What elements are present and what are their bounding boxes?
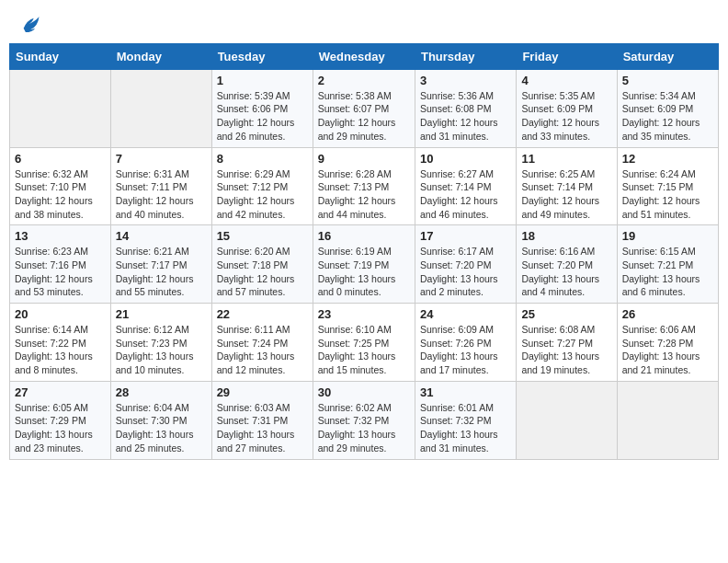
day-info: Sunrise: 5:38 AM Sunset: 6:07 PM Dayligh… [318,89,410,144]
calendar-cell: 9Sunrise: 6:28 AM Sunset: 7:13 PM Daylig… [313,147,415,225]
day-number: 7 [116,152,207,166]
day-number: 21 [116,307,207,321]
calendar-cell: 16Sunrise: 6:19 AM Sunset: 7:19 PM Dayli… [313,225,415,304]
day-info: Sunrise: 6:04 AM Sunset: 7:30 PM Dayligh… [116,401,207,455]
day-number: 1 [217,74,308,87]
day-number: 26 [622,307,713,321]
calendar-week-1: 1Sunrise: 5:39 AM Sunset: 6:06 PM Daylig… [10,69,719,147]
calendar-cell: 28Sunrise: 6:04 AM Sunset: 7:30 PM Dayli… [110,381,211,459]
calendar-cell [10,69,111,147]
calendar-cell: 23Sunrise: 6:10 AM Sunset: 7:25 PM Dayli… [313,304,415,382]
day-info: Sunrise: 6:32 AM Sunset: 7:10 PM Dayligh… [15,167,106,222]
day-number: 18 [521,229,611,243]
day-number: 4 [521,74,611,87]
day-number: 31 [420,385,511,399]
day-info: Sunrise: 6:29 AM Sunset: 7:12 PM Dayligh… [217,167,308,222]
day-number: 3 [420,74,511,87]
day-number: 20 [15,307,106,321]
day-info: Sunrise: 6:27 AM Sunset: 7:14 PM Dayligh… [420,167,511,222]
day-number: 12 [622,152,713,166]
calendar-cell: 27Sunrise: 6:05 AM Sunset: 7:29 PM Dayli… [10,381,111,459]
calendar: SundayMondayTuesdayWednesdayThursdayFrid… [9,43,719,460]
day-info: Sunrise: 6:23 AM Sunset: 7:16 PM Dayligh… [15,245,106,299]
day-number: 10 [420,152,511,166]
column-header-wednesday: Wednesday [313,43,415,69]
calendar-cell: 30Sunrise: 6:02 AM Sunset: 7:32 PM Dayli… [313,381,415,459]
day-number: 2 [318,74,410,87]
column-header-tuesday: Tuesday [211,43,313,69]
day-info: Sunrise: 6:05 AM Sunset: 7:29 PM Dayligh… [15,401,106,455]
header [9,9,719,40]
logo [18,15,40,40]
column-header-monday: Monday [110,43,211,69]
calendar-cell: 10Sunrise: 6:27 AM Sunset: 7:14 PM Dayli… [415,147,516,225]
day-info: Sunrise: 5:39 AM Sunset: 6:06 PM Dayligh… [217,89,308,144]
calendar-cell: 22Sunrise: 6:11 AM Sunset: 7:24 PM Dayli… [211,304,313,382]
day-number: 28 [116,385,207,399]
day-info: Sunrise: 6:20 AM Sunset: 7:18 PM Dayligh… [217,245,308,299]
day-number: 22 [217,307,308,321]
day-number: 15 [217,229,308,243]
day-info: Sunrise: 6:31 AM Sunset: 7:11 PM Dayligh… [116,167,207,222]
calendar-cell: 29Sunrise: 6:03 AM Sunset: 7:31 PM Dayli… [211,381,313,459]
calendar-cell: 12Sunrise: 6:24 AM Sunset: 7:15 PM Dayli… [617,147,718,225]
calendar-cell: 19Sunrise: 6:15 AM Sunset: 7:21 PM Dayli… [617,225,718,304]
day-info: Sunrise: 5:34 AM Sunset: 6:09 PM Dayligh… [622,89,713,144]
day-number: 14 [116,229,207,243]
calendar-header-row: SundayMondayTuesdayWednesdayThursdayFrid… [10,43,719,69]
day-info: Sunrise: 6:09 AM Sunset: 7:26 PM Dayligh… [420,323,511,377]
day-number: 27 [15,385,106,399]
day-info: Sunrise: 6:28 AM Sunset: 7:13 PM Dayligh… [318,167,410,222]
day-number: 24 [420,307,511,321]
calendar-cell: 7Sunrise: 6:31 AM Sunset: 7:11 PM Daylig… [110,147,211,225]
calendar-cell: 15Sunrise: 6:20 AM Sunset: 7:18 PM Dayli… [211,225,313,304]
day-info: Sunrise: 6:08 AM Sunset: 7:27 PM Dayligh… [521,323,611,377]
calendar-cell [617,381,718,459]
day-number: 11 [521,152,611,166]
day-info: Sunrise: 6:24 AM Sunset: 7:15 PM Dayligh… [622,167,713,222]
day-number: 13 [15,229,106,243]
day-info: Sunrise: 6:03 AM Sunset: 7:31 PM Dayligh… [217,401,308,455]
column-header-thursday: Thursday [415,43,516,69]
calendar-cell: 20Sunrise: 6:14 AM Sunset: 7:22 PM Dayli… [10,304,111,382]
day-number: 5 [622,74,713,87]
day-info: Sunrise: 6:15 AM Sunset: 7:21 PM Dayligh… [622,245,713,299]
logo-bird-icon [20,15,40,35]
calendar-cell: 18Sunrise: 6:16 AM Sunset: 7:20 PM Dayli… [517,225,617,304]
day-info: Sunrise: 6:12 AM Sunset: 7:23 PM Dayligh… [116,323,207,377]
calendar-cell [110,69,211,147]
day-number: 8 [217,152,308,166]
day-info: Sunrise: 5:36 AM Sunset: 6:08 PM Dayligh… [420,89,511,144]
day-info: Sunrise: 6:10 AM Sunset: 7:25 PM Dayligh… [318,323,410,377]
day-number: 23 [318,307,410,321]
day-info: Sunrise: 6:25 AM Sunset: 7:14 PM Dayligh… [521,167,611,222]
calendar-cell: 31Sunrise: 6:01 AM Sunset: 7:32 PM Dayli… [415,381,516,459]
calendar-cell: 5Sunrise: 5:34 AM Sunset: 6:09 PM Daylig… [617,69,718,147]
day-info: Sunrise: 6:06 AM Sunset: 7:28 PM Dayligh… [622,323,713,377]
column-header-friday: Friday [517,43,617,69]
calendar-cell: 26Sunrise: 6:06 AM Sunset: 7:28 PM Dayli… [617,304,718,382]
day-info: Sunrise: 6:16 AM Sunset: 7:20 PM Dayligh… [521,245,611,299]
calendar-cell: 14Sunrise: 6:21 AM Sunset: 7:17 PM Dayli… [110,225,211,304]
calendar-week-2: 6Sunrise: 6:32 AM Sunset: 7:10 PM Daylig… [10,147,719,225]
calendar-cell: 21Sunrise: 6:12 AM Sunset: 7:23 PM Dayli… [110,304,211,382]
day-info: Sunrise: 6:21 AM Sunset: 7:17 PM Dayligh… [116,245,207,299]
calendar-cell [517,381,617,459]
calendar-cell: 17Sunrise: 6:17 AM Sunset: 7:20 PM Dayli… [415,225,516,304]
calendar-week-3: 13Sunrise: 6:23 AM Sunset: 7:16 PM Dayli… [10,225,719,304]
day-number: 9 [318,152,410,166]
calendar-cell: 2Sunrise: 5:38 AM Sunset: 6:07 PM Daylig… [313,69,415,147]
calendar-week-5: 27Sunrise: 6:05 AM Sunset: 7:29 PM Dayli… [10,381,719,459]
column-header-sunday: Sunday [10,43,111,69]
day-number: 29 [217,385,308,399]
calendar-cell: 24Sunrise: 6:09 AM Sunset: 7:26 PM Dayli… [415,304,516,382]
day-number: 17 [420,229,511,243]
day-info: Sunrise: 6:19 AM Sunset: 7:19 PM Dayligh… [318,245,410,299]
calendar-cell: 3Sunrise: 5:36 AM Sunset: 6:08 PM Daylig… [415,69,516,147]
day-info: Sunrise: 5:35 AM Sunset: 6:09 PM Dayligh… [521,89,611,144]
calendar-cell: 25Sunrise: 6:08 AM Sunset: 7:27 PM Dayli… [517,304,617,382]
day-info: Sunrise: 6:11 AM Sunset: 7:24 PM Dayligh… [217,323,308,377]
day-number: 25 [521,307,611,321]
calendar-cell: 6Sunrise: 6:32 AM Sunset: 7:10 PM Daylig… [10,147,111,225]
calendar-cell: 13Sunrise: 6:23 AM Sunset: 7:16 PM Dayli… [10,225,111,304]
